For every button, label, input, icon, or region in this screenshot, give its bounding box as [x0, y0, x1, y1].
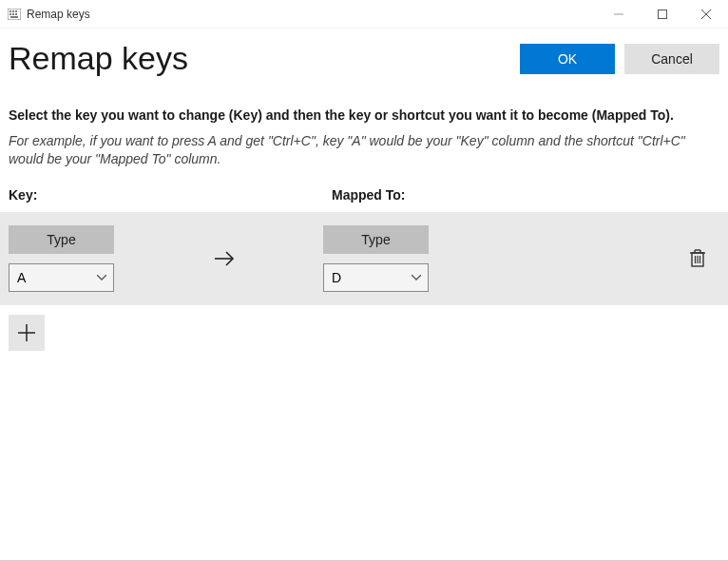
arrow-icon	[199, 249, 323, 268]
app-icon	[8, 9, 21, 20]
add-row-container	[9, 305, 719, 351]
mapped-select-value: D	[323, 263, 429, 292]
column-header-mapped: Mapped To:	[332, 187, 655, 203]
delete-cell	[646, 249, 719, 268]
svg-rect-7	[10, 16, 18, 18]
mapped-cell: Type D	[323, 225, 646, 292]
maximize-button[interactable]	[641, 0, 684, 29]
cancel-button[interactable]: Cancel	[624, 44, 719, 74]
content: Select the key you want to change (Key) …	[0, 94, 728, 351]
type-mapped-button[interactable]: Type	[323, 225, 429, 254]
mapped-select[interactable]: D	[323, 263, 429, 292]
titlebar: Remap keys	[0, 0, 728, 29]
type-key-button[interactable]: Type	[9, 225, 114, 254]
instruction-primary: Select the key you want to change (Key) …	[9, 107, 719, 123]
ok-button[interactable]: OK	[520, 44, 615, 74]
key-select[interactable]: A	[9, 263, 114, 292]
plus-icon	[17, 323, 36, 342]
column-header-key: Key:	[9, 187, 332, 203]
svg-rect-6	[15, 13, 17, 15]
column-headers: Key: Mapped To:	[9, 187, 719, 203]
key-cell: Type A	[9, 225, 199, 292]
svg-rect-2	[12, 10, 14, 12]
close-button[interactable]	[684, 0, 728, 29]
add-mapping-button[interactable]	[9, 315, 45, 351]
mapping-row: Type A Type D	[0, 212, 728, 305]
instruction-example: For example, if you want to press A and …	[9, 132, 719, 168]
window-controls	[597, 0, 728, 28]
header: Remap keys OK Cancel	[0, 29, 728, 94]
header-buttons: OK Cancel	[520, 44, 719, 74]
key-select-value: A	[9, 263, 114, 292]
svg-rect-5	[12, 13, 14, 15]
page-title: Remap keys	[9, 40, 520, 77]
svg-rect-9	[659, 10, 667, 19]
trash-icon	[689, 249, 706, 268]
svg-rect-1	[10, 10, 11, 12]
minimize-button[interactable]	[597, 0, 641, 29]
delete-row-button[interactable]	[689, 249, 706, 268]
window-title: Remap keys	[27, 8, 597, 21]
svg-rect-4	[10, 13, 11, 15]
svg-rect-3	[15, 10, 17, 12]
